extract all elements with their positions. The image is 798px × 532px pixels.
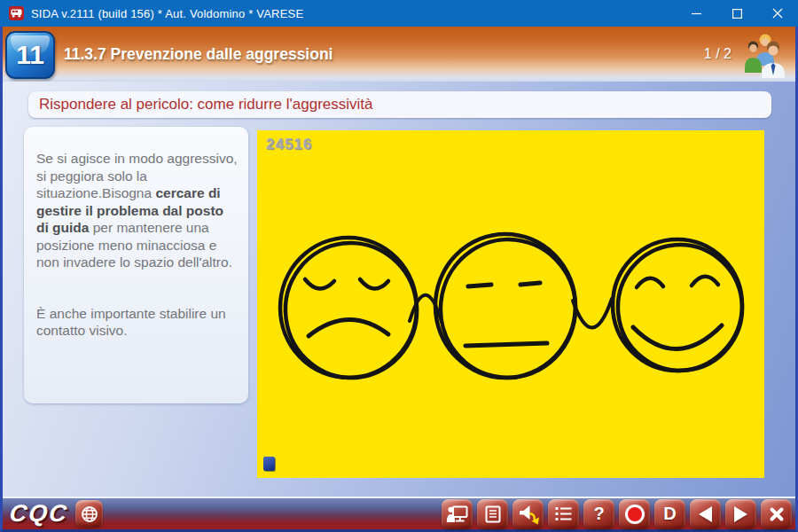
close-x-icon — [769, 506, 785, 522]
chapter-number-tile: 11 — [5, 31, 55, 79]
record-icon — [625, 505, 645, 524]
image-watermark-number: 24516 — [266, 136, 312, 153]
image-thumbnail-icon[interactable] — [263, 457, 275, 471]
lesson-title: 11.3.7 Prevenzione dalle aggressioni — [64, 45, 332, 64]
connector-line-2 — [573, 299, 612, 328]
letter-d-icon: D — [663, 504, 676, 524]
cqc-logo: CQC — [8, 498, 70, 529]
lesson-paragraph-2: È anche importante stabilire un contatto… — [36, 305, 238, 340]
maximize-button[interactable] — [716, 0, 757, 27]
bottom-toolbar: CQC — [3, 497, 795, 529]
question-mark-icon: ? — [593, 504, 604, 524]
next-page-button[interactable] — [725, 499, 756, 529]
window-controls — [676, 0, 798, 27]
lesson-text-panel: Se si agisce in modo aggressivo, si pegg… — [24, 127, 248, 403]
minimize-button[interactable] — [676, 0, 716, 27]
record-button[interactable] — [619, 499, 650, 529]
chapter-number: 11 — [16, 40, 44, 70]
page-indicator: 1 / 2 — [704, 46, 732, 62]
toolbar-button-row: ? D — [442, 499, 795, 529]
previous-page-button[interactable] — [690, 499, 721, 529]
arrow-left-icon — [699, 506, 712, 522]
audio-button[interactable] — [512, 499, 544, 529]
index-button[interactable] — [548, 499, 579, 529]
neutral-face — [434, 232, 582, 384]
arrow-right-icon — [734, 506, 747, 522]
globe-icon — [81, 505, 98, 523]
sad-face — [278, 236, 424, 386]
happy-face — [612, 239, 748, 377]
window-title: SIDA v.2111 (build 156) * Aut. Voldomino… — [31, 7, 303, 20]
dictionary-button[interactable]: D — [654, 499, 685, 529]
list-icon — [554, 505, 573, 522]
presenter-screen-icon — [446, 505, 468, 524]
close-window-button[interactable] — [757, 0, 798, 27]
people-group-icon — [744, 32, 786, 78]
speaker-icon — [517, 503, 540, 526]
exit-lesson-button[interactable] — [761, 499, 792, 529]
globe-button[interactable] — [75, 500, 103, 528]
text-view-button[interactable] — [477, 499, 508, 529]
section-subtitle-bar: Rispondere al pericolo: come ridurre l'a… — [28, 91, 771, 118]
titlebar: SIDA v.2111 (build 156) * Aut. Voldomino… — [0, 0, 798, 27]
lesson-illustration: 24516 — [257, 130, 764, 478]
presentation-button[interactable] — [442, 499, 473, 529]
help-button[interactable]: ? — [583, 499, 614, 529]
window-frame: 11 11.3.7 Prevenzione dalle aggressioni … — [0, 27, 798, 532]
content-area: Rispondere al pericolo: come ridurre l'a… — [3, 82, 795, 497]
app-window: SIDA v.2111 (build 156) * Aut. Voldomino… — [0, 0, 798, 532]
app-bus-icon — [9, 6, 24, 20]
lesson-paragraph-1: Se si agisce in modo aggressivo, si pegg… — [36, 150, 238, 271]
smiley-faces-drawing — [257, 130, 764, 478]
lesson-header: 11 11.3.7 Prevenzione dalle aggressioni … — [3, 27, 795, 82]
toolbar-left-group: CQC — [3, 498, 103, 529]
section-subtitle: Rispondere al pericolo: come ridurre l'a… — [28, 96, 372, 113]
document-icon — [484, 505, 502, 523]
